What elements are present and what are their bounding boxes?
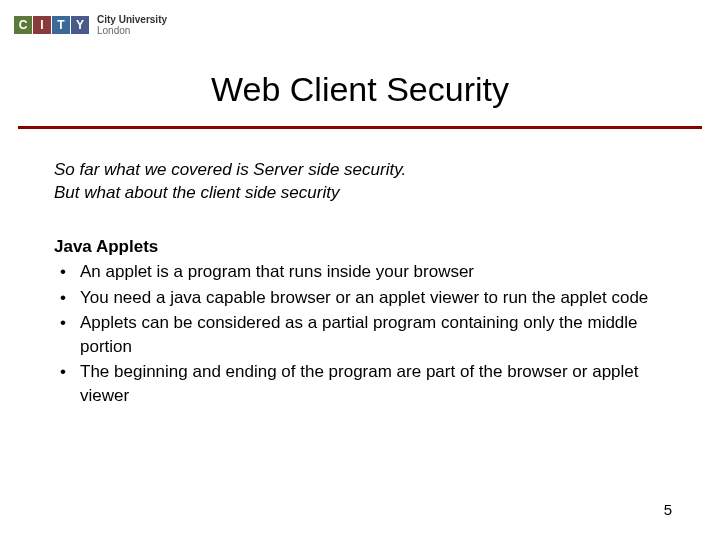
logo-letter: I [33,16,51,34]
university-logo: C I T Y City University London [14,14,167,36]
intro-block: So far what we covered is Server side se… [54,158,666,205]
logo-letter-boxes: C I T Y [14,16,89,34]
section-subhead: Java Applets [54,235,666,258]
logo-university-sub: London [97,25,130,36]
logo-letter: T [52,16,70,34]
page-number: 5 [664,501,672,518]
logo-university-name: City University [97,14,167,25]
intro-line: So far what we covered is Server side se… [54,158,666,181]
bullet-list: An applet is a program that runs inside … [54,260,666,407]
logo-text: City University London [97,14,167,36]
intro-line: But what about the client side security [54,181,666,204]
list-item: The beginning and ending of the program … [80,360,666,407]
logo-letter: C [14,16,32,34]
slide-title: Web Client Security [0,72,720,106]
slide-body: So far what we covered is Server side se… [54,158,666,409]
logo-letter: Y [71,16,89,34]
list-item: Applets can be considered as a partial p… [80,311,666,358]
list-item: You need a java capable browser or an ap… [80,286,666,309]
title-divider [18,126,702,129]
list-item: An applet is a program that runs inside … [80,260,666,283]
